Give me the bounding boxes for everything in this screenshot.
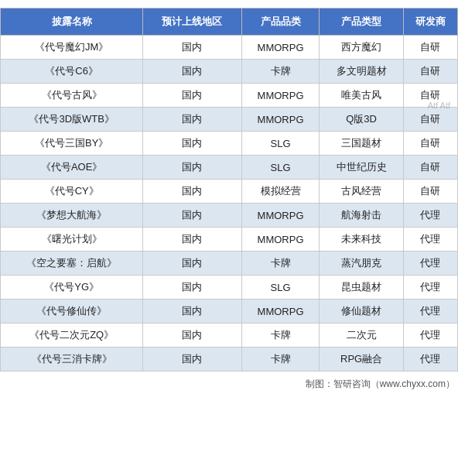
table-cell: 二次元 <box>320 324 403 348</box>
table-cell: 自研 <box>403 84 457 108</box>
table-cell: 《代号三国BY》 <box>1 132 143 156</box>
table-cell: MMORPG <box>241 204 320 228</box>
table-container: 披露名称预计上线地区产品品类产品类型研发商 《代号魔幻JM》国内MMORPG西方… <box>0 8 458 372</box>
table-cell: 《代号古风》 <box>1 84 143 108</box>
table-header-cell: 披露名称 <box>1 9 143 36</box>
table-cell: 《代号魔幻JM》 <box>1 36 143 60</box>
table-cell: 多文明题材 <box>320 60 403 84</box>
table-row: 《代号YG》国内SLG昆虫题材代理 <box>1 276 458 300</box>
table-row: 《代号3D版WTB》国内MMORPGQ版3D自研 <box>1 108 458 132</box>
table-cell: SLG <box>241 132 320 156</box>
table-cell: 国内 <box>143 132 241 156</box>
table-cell: 代理 <box>403 348 457 372</box>
table-cell: 国内 <box>143 228 241 252</box>
table-cell: MMORPG <box>241 84 320 108</box>
table-row: 《代号AOE》国内SLG中世纪历史自研 <box>1 156 458 180</box>
table-cell: 《曙光计划》 <box>1 228 143 252</box>
table-header-cell: 研发商 <box>403 9 457 36</box>
table-cell: 卡牌 <box>241 252 320 276</box>
table-cell: MMORPG <box>241 228 320 252</box>
table-cell: 国内 <box>143 252 241 276</box>
table-cell: 《代号CY》 <box>1 180 143 204</box>
table-cell: 《代号修仙传》 <box>1 300 143 324</box>
table-cell: 《代号AOE》 <box>1 156 143 180</box>
table-cell: 代理 <box>403 252 457 276</box>
table-header-cell: 预计上线地区 <box>143 9 241 36</box>
table-cell: 国内 <box>143 180 241 204</box>
table-cell: 昆虫题材 <box>320 276 403 300</box>
table-cell: 代理 <box>403 204 457 228</box>
table-row: 《代号C6》国内卡牌多文明题材自研 <box>1 60 458 84</box>
table-cell: Q版3D <box>320 108 403 132</box>
table-cell: 代理 <box>403 300 457 324</box>
table-header-row: 披露名称预计上线地区产品品类产品类型研发商 <box>1 9 458 36</box>
table-cell: 国内 <box>143 36 241 60</box>
table-row: 《代号三消卡牌》国内卡牌RPG融合代理 <box>1 348 458 372</box>
table-cell: 自研 <box>403 36 457 60</box>
table-cell: 自研 <box>403 108 457 132</box>
data-table: 披露名称预计上线地区产品品类产品类型研发商 《代号魔幻JM》国内MMORPG西方… <box>0 8 458 372</box>
table-cell: SLG <box>241 156 320 180</box>
table-row: 《曙光计划》国内MMORPG未来科技代理 <box>1 228 458 252</box>
table-row: 《代号古风》国内MMORPG唯美古风自研 <box>1 84 458 108</box>
table-cell: 《梦想大航海》 <box>1 204 143 228</box>
footer-text: 制图：智研咨询（www.chyxx.com） <box>0 378 458 391</box>
page-container: Atf Atf 披露名称预计上线地区产品品类产品类型研发商 《代号魔幻JM》国内… <box>0 8 458 391</box>
table-cell: 代理 <box>403 228 457 252</box>
table-cell: RPG融合 <box>320 348 403 372</box>
table-cell: 《代号三消卡牌》 <box>1 348 143 372</box>
table-row: 《代号魔幻JM》国内MMORPG西方魔幻自研 <box>1 36 458 60</box>
table-cell: 国内 <box>143 348 241 372</box>
table-cell: 航海射击 <box>320 204 403 228</box>
table-row: 《梦想大航海》国内MMORPG航海射击代理 <box>1 204 458 228</box>
table-row: 《代号二次元ZQ》国内卡牌二次元代理 <box>1 324 458 348</box>
table-cell: MMORPG <box>241 300 320 324</box>
table-row: 《空之要塞：启航》国内卡牌蒸汽朋克代理 <box>1 252 458 276</box>
table-row: 《代号三国BY》国内SLG三国题材自研 <box>1 132 458 156</box>
table-cell: 蒸汽朋克 <box>320 252 403 276</box>
table-cell: 中世纪历史 <box>320 156 403 180</box>
table-cell: 国内 <box>143 156 241 180</box>
table-cell: 自研 <box>403 180 457 204</box>
table-cell: 国内 <box>143 108 241 132</box>
table-header-cell: 产品类型 <box>320 9 403 36</box>
table-cell: 国内 <box>143 60 241 84</box>
table-cell: 古风经营 <box>320 180 403 204</box>
table-row: 《代号修仙传》国内MMORPG修仙题材代理 <box>1 300 458 324</box>
table-cell: 西方魔幻 <box>320 36 403 60</box>
table-cell: 自研 <box>403 132 457 156</box>
table-cell: 《代号二次元ZQ》 <box>1 324 143 348</box>
table-cell: 卡牌 <box>241 324 320 348</box>
table-cell: 国内 <box>143 276 241 300</box>
table-cell: 国内 <box>143 324 241 348</box>
table-cell: 代理 <box>403 276 457 300</box>
table-cell: 自研 <box>403 156 457 180</box>
table-cell: MMORPG <box>241 36 320 60</box>
table-cell: 国内 <box>143 204 241 228</box>
table-row: 《代号CY》国内模拟经营古风经营自研 <box>1 180 458 204</box>
table-cell: 《空之要塞：启航》 <box>1 252 143 276</box>
table-cell: 卡牌 <box>241 60 320 84</box>
table-cell: 代理 <box>403 324 457 348</box>
table-cell: MMORPG <box>241 108 320 132</box>
table-cell: 国内 <box>143 300 241 324</box>
table-cell: 唯美古风 <box>320 84 403 108</box>
table-cell: 《代号C6》 <box>1 60 143 84</box>
table-cell: 未来科技 <box>320 228 403 252</box>
table-cell: 模拟经营 <box>241 180 320 204</box>
table-cell: 国内 <box>143 84 241 108</box>
table-cell: 《代号YG》 <box>1 276 143 300</box>
table-cell: 《代号3D版WTB》 <box>1 108 143 132</box>
table-cell: 自研 <box>403 60 457 84</box>
table-cell: SLG <box>241 276 320 300</box>
table-cell: 卡牌 <box>241 348 320 372</box>
table-cell: 修仙题材 <box>320 300 403 324</box>
table-header-cell: 产品品类 <box>241 9 320 36</box>
table-cell: 三国题材 <box>320 132 403 156</box>
